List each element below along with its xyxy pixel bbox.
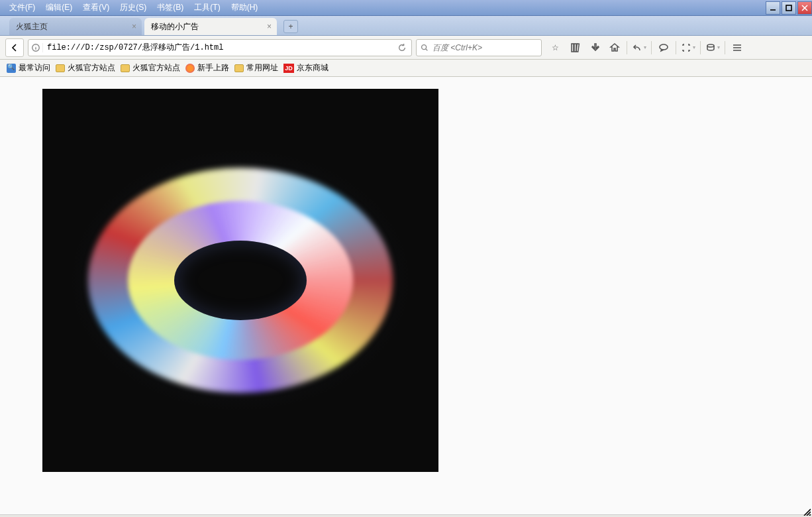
tab-firefox-home[interactable]: 火狐主页 × xyxy=(9,18,142,35)
bookmark-star-icon[interactable]: ☆ xyxy=(546,39,564,56)
search-bar[interactable] xyxy=(416,39,542,56)
bookmark-firefox-sites[interactable]: 火狐官方站点 xyxy=(56,62,115,74)
new-tab-button[interactable]: + xyxy=(283,20,298,33)
url-input[interactable] xyxy=(43,43,393,52)
jd-icon: JD xyxy=(283,64,294,73)
folder-icon xyxy=(56,64,65,72)
separator xyxy=(627,41,627,54)
bookmark-label: 新手上路 xyxy=(197,62,229,74)
svg-rect-11 xyxy=(576,43,580,51)
folder-icon xyxy=(234,64,244,72)
menu-help[interactable]: 帮助(H) xyxy=(226,0,264,15)
separator xyxy=(651,41,652,54)
bookmarks-bar: 最常访问 火狐官方站点 火狐官方站点 新手上路 常用网址 JD京东商城 xyxy=(0,60,812,77)
page-content xyxy=(0,77,812,514)
svg-rect-9 xyxy=(572,44,574,52)
bookmark-jd[interactable]: JD京东商城 xyxy=(283,62,329,74)
separator xyxy=(725,41,725,54)
toolbar-actions: ☆ ▾ ▾ ▾ xyxy=(546,39,746,56)
library-icon[interactable] xyxy=(566,39,584,56)
menu-tools[interactable]: 工具(T) xyxy=(189,0,225,15)
torus-graphic xyxy=(68,148,413,413)
search-icon xyxy=(417,43,432,52)
svg-line-8 xyxy=(426,48,428,50)
back-button[interactable] xyxy=(5,38,24,57)
tab-label: 火狐主页 xyxy=(16,21,48,32)
bookmark-label: 火狐官方站点 xyxy=(68,62,115,74)
hamburger-menu-icon[interactable] xyxy=(728,39,746,56)
floating-ad-image xyxy=(42,89,438,472)
nav-toolbar: ☆ ▾ ▾ ▾ xyxy=(0,36,812,60)
bookmark-label: 最常访问 xyxy=(19,62,50,74)
menu-file[interactable]: 文件(F) xyxy=(4,0,40,15)
bookmark-firefox-sites-2[interactable]: 火狐官方站点 xyxy=(121,62,180,74)
svg-point-13 xyxy=(707,44,714,47)
most-visited-icon xyxy=(7,64,16,73)
bookmark-most-visited[interactable]: 最常访问 xyxy=(7,62,50,74)
tab-label: 移动的小广告 xyxy=(151,21,199,32)
search-input[interactable] xyxy=(432,43,541,52)
tab-close-icon[interactable]: × xyxy=(132,22,136,31)
status-bar xyxy=(0,514,812,517)
bookmark-label: 常用网址 xyxy=(246,62,278,74)
home-icon[interactable] xyxy=(605,39,624,56)
clean-icon[interactable]: ▾ xyxy=(703,39,722,56)
tab-close-icon[interactable]: × xyxy=(267,22,272,31)
svg-point-7 xyxy=(422,44,427,49)
undo-icon[interactable]: ▾ xyxy=(630,39,648,56)
menu-bookmarks[interactable]: 书签(B) xyxy=(152,0,189,15)
tab-strip: 火狐主页 × 移动的小广告 × + xyxy=(0,16,812,36)
close-button[interactable] xyxy=(797,1,812,15)
separator xyxy=(676,41,676,54)
reload-button[interactable] xyxy=(393,43,411,52)
firefox-icon xyxy=(185,64,195,73)
url-bar[interactable] xyxy=(28,39,412,56)
separator xyxy=(700,41,701,54)
resize-grip[interactable] xyxy=(803,508,811,516)
menu-view[interactable]: 查看(V) xyxy=(77,0,115,15)
bookmark-newbie[interactable]: 新手上路 xyxy=(185,62,229,74)
folder-icon xyxy=(121,64,130,72)
svg-line-19 xyxy=(809,514,811,516)
download-icon[interactable] xyxy=(585,39,604,56)
maximize-button[interactable] xyxy=(782,1,796,15)
title-bar: 文件(F) 编辑(E) 查看(V) 历史(S) 书签(B) 工具(T) 帮助(H… xyxy=(0,0,812,16)
window-controls xyxy=(764,1,812,15)
bookmark-label: 京东商城 xyxy=(297,62,329,74)
menu-edit[interactable]: 编辑(E) xyxy=(40,0,77,15)
identity-icon[interactable] xyxy=(28,43,43,52)
comment-icon[interactable] xyxy=(654,39,673,56)
screenshot-icon[interactable]: ▾ xyxy=(679,39,697,56)
tab-moving-ad[interactable]: 移动的小广告 × xyxy=(144,18,277,35)
svg-rect-1 xyxy=(786,5,791,11)
bookmark-common-sites[interactable]: 常用网址 xyxy=(234,62,278,74)
menu-history[interactable]: 历史(S) xyxy=(115,0,152,15)
menu-bar: 文件(F) 编辑(E) 查看(V) 历史(S) 书签(B) 工具(T) 帮助(H… xyxy=(0,0,263,15)
bookmark-label: 火狐官方站点 xyxy=(132,62,180,74)
minimize-button[interactable] xyxy=(766,1,780,15)
svg-point-12 xyxy=(660,44,668,50)
